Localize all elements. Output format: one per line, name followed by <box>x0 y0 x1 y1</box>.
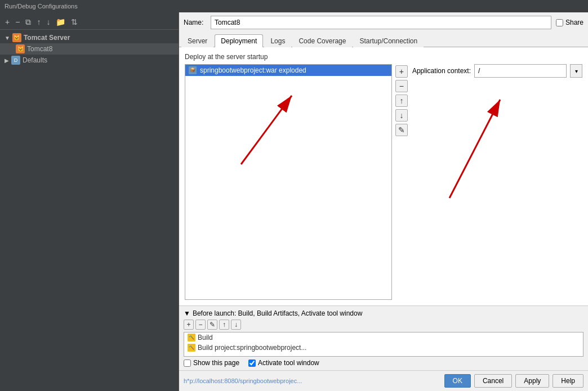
app-context-section: Application context: ▾ <box>412 64 582 300</box>
sidebar-tree: ▼ 🐱 Tomcat Server 🐱 Tomcat8 ▶ D Defaults <box>0 30 179 389</box>
tomcat8-icon: 🐱 <box>16 44 25 53</box>
before-launch-toolbar: + − ✎ ↑ ↓ <box>184 320 583 330</box>
apply-button[interactable]: Apply <box>515 374 549 388</box>
before-launch-expand-icon: ▼ <box>184 309 190 317</box>
help-button[interactable]: Help <box>553 374 583 388</box>
tab-startup-connection[interactable]: Startup/Connection <box>353 34 424 47</box>
artifact-icon: 📦 <box>189 66 197 74</box>
deploy-down-button[interactable]: ↓ <box>395 109 408 122</box>
deploy-add-button[interactable]: + <box>395 65 408 78</box>
move-up-config-button[interactable]: ↑ <box>35 17 42 27</box>
show-page-checkbox[interactable] <box>184 359 191 367</box>
remove-config-button[interactable]: − <box>14 17 21 27</box>
tab-code-coverage[interactable]: Code Coverage <box>292 34 352 47</box>
bottom-section: ▼ Before launch: Build, Build Artifacts,… <box>179 305 588 370</box>
tabs-bar: Server Deployment Logs Code Coverage Sta… <box>179 33 588 47</box>
app-context-row: Application context: ▾ <box>412 64 582 78</box>
move-down-config-button[interactable]: ↓ <box>44 17 52 27</box>
deploy-up-button[interactable]: ↑ <box>395 95 408 107</box>
activate-tool-window-checkbox[interactable] <box>248 359 256 367</box>
sidebar-item-tomcat-server[interactable]: ▼ 🐱 Tomcat Server <box>0 32 179 43</box>
sidebar-item-defaults[interactable]: ▶ D Defaults <box>0 55 179 66</box>
deploy-row: 📦 springbootwebproject:war exploded + − … <box>185 64 582 300</box>
share-checkbox[interactable] <box>556 19 563 26</box>
tab-deployment-content: Deploy at the server startup 📦 springboo… <box>179 47 588 305</box>
tab-server[interactable]: Server <box>181 34 213 47</box>
defaults-label: Defaults <box>23 56 47 64</box>
before-launch-add-button[interactable]: + <box>184 320 194 330</box>
defaults-expand-icon: ▶ <box>5 57 9 64</box>
before-launch-list: 🔨 Build 🔨 Build project:springbootwebpro… <box>184 332 583 357</box>
show-page-label: Show this page <box>193 359 239 367</box>
deploy-list-item-label: springbootwebproject:war exploded <box>200 66 306 74</box>
show-page-option[interactable]: Show this page <box>184 359 239 367</box>
name-input[interactable] <box>211 16 551 29</box>
copy-config-button[interactable]: ⧉ <box>24 17 33 27</box>
right-panel: Name: Share Server Deployment <box>179 12 588 391</box>
footer-link[interactable]: h*p://localhost:8080/springbootwebprojec… <box>184 377 302 384</box>
deploy-remove-button[interactable]: − <box>395 80 408 92</box>
options-row: Show this page Activate tool window <box>184 359 583 367</box>
activate-tool-window-option[interactable]: Activate tool window <box>248 359 319 367</box>
deploy-edit-button[interactable]: ✎ <box>395 124 408 136</box>
tab-logs[interactable]: Logs <box>264 34 291 47</box>
right-panel-wrapper: Name: Share Server Deployment <box>179 12 588 391</box>
share-section: Share <box>556 19 583 26</box>
run-debug-configurations-dialog: Run/Debug Configurations + − ⧉ ↑ ↓ 📁 ⇅ ▼… <box>0 0 588 391</box>
before-launch-edit-button[interactable]: ✎ <box>207 320 217 330</box>
before-launch-item-label-0: Build <box>198 334 213 341</box>
tomcat-server-icon: 🐱 <box>12 33 21 42</box>
share-label: Share <box>565 19 583 26</box>
deploy-list-container: 📦 springbootwebproject:war exploded <box>185 64 392 300</box>
activate-tool-window-label: Activate tool window <box>258 359 319 367</box>
cancel-button[interactable]: Cancel <box>474 374 512 388</box>
defaults-icon: D <box>11 56 20 65</box>
ok-button[interactable]: OK <box>444 374 471 388</box>
title-bar: Run/Debug Configurations <box>0 0 588 12</box>
before-launch-header: ▼ Before launch: Build, Build Artifacts,… <box>184 309 583 317</box>
deploy-list-item-0[interactable]: 📦 springbootwebproject:war exploded <box>185 65 391 76</box>
deploy-side-buttons: + − ↑ ↓ ✎ <box>395 64 408 300</box>
before-launch-item-label-1: Build project:springbootwebproject... <box>198 344 306 352</box>
tomcat-server-expand-icon: ▼ <box>5 35 10 41</box>
build-icon-0: 🔨 <box>188 334 195 341</box>
sidebar: + − ⧉ ↑ ↓ 📁 ⇅ ▼ 🐱 Tomcat Server 🐱 Tomcat… <box>0 12 179 391</box>
build-icon-1: 🔨 <box>188 344 195 352</box>
footer: h*p://localhost:8080/springbootwebprojec… <box>179 370 588 391</box>
before-launch-down-button[interactable]: ↓ <box>231 320 241 330</box>
before-launch-item-0[interactable]: 🔨 Build <box>184 332 583 343</box>
before-launch-remove-button[interactable]: − <box>195 320 206 330</box>
folder-config-button[interactable]: 📁 <box>54 17 67 27</box>
tomcat8-label: Tomcat8 <box>27 45 52 53</box>
name-label: Name: <box>184 19 206 26</box>
tab-deployment[interactable]: Deployment <box>215 34 263 47</box>
sidebar-item-tomcat8[interactable]: 🐱 Tomcat8 <box>0 43 179 55</box>
app-context-dropdown-button[interactable]: ▾ <box>570 64 582 78</box>
app-context-label: Application context: <box>412 67 471 75</box>
before-launch-title: Before launch: Build, Build Artifacts, A… <box>193 309 363 317</box>
deploy-list-area: 📦 springbootwebproject:war exploded + − … <box>185 64 408 300</box>
deploy-section-label: Deploy at the server startup <box>185 53 582 61</box>
tomcat-server-label: Tomcat Server <box>24 34 70 42</box>
sort-config-button[interactable]: ⇅ <box>69 17 79 27</box>
title-text: Run/Debug Configurations <box>5 3 78 10</box>
before-launch-item-1[interactable]: 🔨 Build project:springbootwebproject... <box>184 343 583 353</box>
app-context-input[interactable] <box>474 64 567 78</box>
add-config-button[interactable]: + <box>3 17 11 27</box>
sidebar-toolbar: + − ⧉ ↑ ↓ 📁 ⇅ <box>0 15 179 30</box>
name-row: Name: Share <box>179 12 588 33</box>
before-launch-up-button[interactable]: ↑ <box>219 320 229 330</box>
